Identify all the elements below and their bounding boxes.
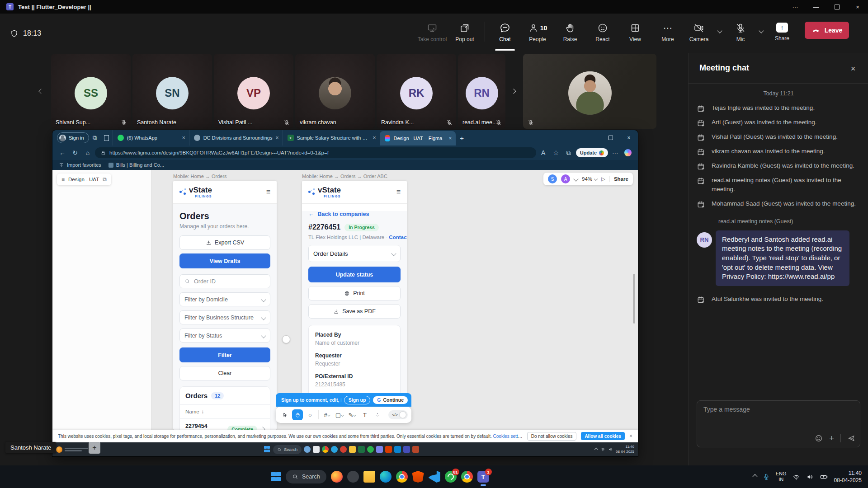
present-play-icon[interactable]: ▷ [601, 176, 605, 182]
video-tile[interactable]: RK Ravindra K... [377, 54, 456, 129]
wifi-icon[interactable] [793, 473, 800, 481]
video-tile[interactable]: SN Santosh Narate [132, 54, 212, 129]
chat-input-box[interactable]: + [697, 400, 860, 447]
favorites-item[interactable]: Import favorites [59, 162, 101, 168]
filter-button[interactable]: Filter [179, 347, 270, 362]
shared-app-icon[interactable] [322, 446, 329, 453]
split-screen-icon[interactable]: ⧉ [563, 147, 574, 158]
pen-tool-icon[interactable]: ✎ [347, 409, 358, 420]
tab-close-icon[interactable]: × [182, 135, 185, 141]
share-button[interactable]: ↑ Share [766, 19, 798, 48]
print-button[interactable]: Print [308, 286, 401, 300]
filter-status-select[interactable]: Filter by Status [179, 328, 270, 343]
browser-tab[interactable]: x Sample Salary Structure with calc × [283, 130, 380, 145]
people-button[interactable]: 10 People [521, 19, 554, 48]
order-details-select[interactable]: Order Details [308, 245, 401, 262]
shared-app-icon[interactable] [367, 446, 374, 453]
start-button[interactable] [271, 472, 281, 482]
avatars-chevron-icon[interactable] [573, 176, 578, 181]
video-tile[interactable]: SS Shivani Sup... [51, 54, 131, 129]
name-column-header[interactable]: Name ↓ [180, 405, 270, 418]
shared-app-icon[interactable] [412, 446, 419, 453]
mic-button[interactable]: Mic [724, 19, 757, 48]
camera-options-chevron[interactable] [715, 19, 724, 33]
canvas-scrollbar[interactable] [633, 274, 635, 324]
file-explorer-icon[interactable] [363, 471, 375, 483]
read-aloud-icon[interactable]: A [538, 147, 549, 158]
leave-button[interactable]: Leave [805, 22, 849, 39]
chrome-profile-icon[interactable] [461, 471, 473, 483]
shared-app-icon[interactable] [340, 446, 347, 453]
deny-cookies-button[interactable]: Do not allow cookies [527, 432, 577, 441]
raise-hand-button[interactable]: Raise [554, 19, 586, 48]
mic-options-chevron[interactable] [757, 19, 766, 33]
add-content-button[interactable]: + [89, 442, 100, 454]
components-tool-icon[interactable]: ⁘ [372, 409, 383, 420]
teams-taskbar-icon[interactable]: T 1 [477, 471, 489, 483]
video-tile[interactable]: VP Vishal Patil ... [214, 54, 293, 129]
figma-share-button[interactable]: Share [609, 176, 628, 182]
back-to-companies-link[interactable]: ← Back to companies [308, 211, 401, 217]
vscode-icon[interactable] [429, 471, 440, 483]
tab-actions-icon[interactable]: ⧉ [89, 133, 101, 143]
attach-plus-icon[interactable]: + [829, 433, 834, 443]
browser-close-button[interactable]: × [620, 130, 638, 145]
shared-app-icon[interactable] [304, 446, 311, 453]
battery-icon[interactable] [820, 473, 828, 481]
back-icon[interactable]: ← [57, 147, 68, 158]
move-tool-icon[interactable] [279, 409, 290, 420]
shared-search-box[interactable]: Search [273, 445, 302, 454]
allow-cookies-button[interactable]: Allow all cookies [581, 432, 625, 440]
view-button[interactable]: View [619, 19, 651, 48]
chat-text-input[interactable] [703, 405, 849, 413]
tab-close-icon[interactable]: × [449, 135, 452, 141]
save-as-pdf-button[interactable]: Save as PDF [308, 304, 401, 319]
tab-close-icon[interactable]: × [373, 135, 376, 141]
continue-with-google-button[interactable]: G Continue [373, 396, 408, 404]
mobile-frame-order-details[interactable]: vState FILINGS ≡ ← Back to companies #22… [302, 181, 407, 395]
emoji-icon[interactable] [815, 434, 823, 442]
camera-button[interactable]: Camera [683, 19, 715, 48]
tab-close-icon[interactable]: × [276, 135, 279, 141]
cookie-settings-link[interactable]: Cookies settings [493, 434, 523, 439]
clear-button[interactable]: Clear [179, 366, 270, 380]
pop-out-button[interactable]: Pop out [448, 19, 481, 48]
video-tile[interactable]: vikram chavan [295, 54, 375, 129]
tray-expand-chevron[interactable] [752, 474, 757, 479]
shared-app-icon[interactable] [349, 446, 356, 453]
shared-app-icon[interactable] [376, 446, 383, 453]
whatsapp-icon[interactable]: 81 [445, 471, 457, 483]
address-box[interactable]: https://www.figma.com/design/9BKQ0FOHRWa… [95, 147, 536, 158]
more-button[interactable]: ⋯ More [651, 19, 684, 48]
refresh-icon[interactable]: ↻ [70, 147, 80, 158]
shared-app-icon[interactable] [313, 446, 320, 453]
contact-person-link[interactable]: Contact-Person [389, 235, 407, 240]
shared-app-icon[interactable] [394, 446, 401, 453]
zoom-control[interactable]: 94% [582, 176, 597, 182]
dev-mode-toggle[interactable]: </> [388, 410, 408, 419]
frame-label[interactable]: Mobile: Home → Orders → Order ABC [302, 174, 387, 179]
browser-maximize-button[interactable] [602, 130, 620, 145]
shared-start-icon[interactable] [264, 446, 271, 453]
edge-icon[interactable] [380, 471, 392, 483]
mobile-frame-orders[interactable]: vState FILINGS ≡ Orders Manage all your … [173, 181, 277, 430]
browser-tab[interactable]: DC Divisions and Surroundings × [189, 130, 283, 145]
vertical-tabs-icon[interactable] [101, 133, 113, 143]
react-button[interactable]: React [586, 19, 619, 48]
volume-icon[interactable] [806, 473, 814, 481]
clock[interactable]: 11:40 08-04-2025 [834, 469, 862, 484]
text-tool-icon[interactable]: T [359, 409, 370, 420]
new-tab-button[interactable]: + [456, 131, 468, 144]
browser-tab-active[interactable]: Design - UAT – Figma × [380, 131, 456, 145]
order-row[interactable]: 2279454 TL Flex Holdings LLC Complete [180, 419, 270, 430]
figma-file-chip[interactable]: ≡ Design - UAT ⧉ [57, 174, 111, 185]
view-drafts-button[interactable]: View Drafts [179, 253, 270, 268]
update-status-button[interactable]: Update status [308, 267, 401, 282]
frame-tool-icon[interactable]: # [321, 409, 332, 420]
sign-up-button[interactable]: Sign up [344, 396, 371, 404]
shared-app-icon[interactable] [331, 446, 338, 453]
filter-structure-select[interactable]: Filter by Business Structure [179, 310, 270, 324]
browser-minimize-button[interactable]: — [584, 130, 602, 145]
close-button[interactable]: × [847, 0, 868, 14]
chrome-icon[interactable] [396, 471, 408, 483]
